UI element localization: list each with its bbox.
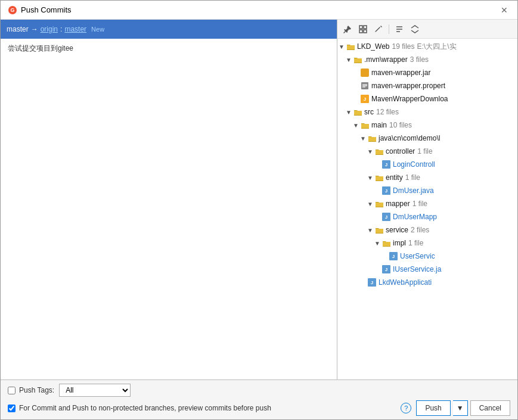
tree-item-userservice[interactable]: J UserServic — [337, 250, 517, 263]
jar-file-icon — [360, 69, 370, 77]
tree-path-root: E:\大四上\实 — [417, 42, 457, 52]
branch-origin-link[interactable]: origin — [41, 25, 58, 33]
commit-item[interactable]: 尝试提交项目到gitee — [1, 41, 337, 56]
buttons-area: ? Push ▼ Cancel — [401, 400, 510, 416]
tree-item-root[interactable]: ▼ LKD_Web 19 files E:\大四上\实 — [337, 40, 517, 53]
tree-item-mapper[interactable]: ▼ mapper 1 file — [337, 197, 517, 210]
tree-item-props[interactable]: maven-wrapper.propert — [337, 79, 517, 92]
collapse-button[interactable] — [408, 23, 421, 36]
arrow-root: ▼ — [337, 43, 346, 50]
svg-text:G: G — [10, 7, 14, 13]
tree-item-java-pkg[interactable]: ▼ java\cn\com\demo\l — [337, 132, 517, 145]
close-button[interactable]: ✕ — [498, 4, 510, 16]
push-button-label: Push — [425, 404, 441, 412]
branch-master2-link[interactable]: master — [64, 25, 86, 33]
tree-item-jar[interactable]: maven-wrapper.jar — [337, 66, 517, 79]
java-blue-icon: J — [381, 160, 391, 169]
tree-count-main: 10 files — [389, 121, 412, 129]
tree-item-main[interactable]: ▼ main 10 files — [337, 119, 517, 132]
folder-icon-controller — [374, 147, 384, 155]
branch-master: master — [7, 25, 29, 33]
preview-label: For Commit and Push to non-protected bra… — [19, 404, 271, 412]
arrow-mapper: ▼ — [366, 201, 374, 207]
tree-item-dmusermapper[interactable]: J DmUserMapp — [337, 210, 517, 223]
branch-arrow: → — [31, 25, 38, 33]
tree-count-root: 19 files — [392, 42, 414, 51]
push-commits-dialog: G Push Commits ✕ master → origin : maste… — [0, 0, 518, 420]
tree-label-userservice: UserServic — [400, 252, 435, 260]
grid-button[interactable] — [356, 23, 370, 36]
push-dropdown-button[interactable]: ▼ — [453, 400, 468, 416]
folder-icon-root — [346, 42, 355, 51]
tree-count-src: 12 files — [376, 108, 399, 116]
java-blue-icon2: J — [381, 186, 391, 195]
svg-rect-5 — [364, 30, 367, 33]
folder-icon-src — [353, 108, 362, 116]
folder-icon-mapper — [374, 200, 384, 208]
tree-item-iuserservice[interactable]: J IUserService.ja — [337, 263, 517, 276]
edit-button[interactable] — [372, 23, 385, 36]
tree-item-mvn[interactable]: ▼ .mvn\wrapper 3 files — [337, 53, 517, 66]
folder-icon-entity — [374, 173, 384, 182]
push-tags-label: Push Tags: — [19, 386, 54, 394]
left-panel: master → origin : master New 尝试提交项目到gite… — [1, 20, 337, 379]
arrow-service: ▼ — [366, 227, 374, 234]
tree-item-entity[interactable]: ▼ entity 1 file — [337, 171, 517, 184]
tree-item-controller[interactable]: ▼ controller 1 file — [337, 145, 517, 158]
arrow-controller: ▼ — [366, 148, 374, 155]
tree-item-login-controller[interactable]: J LoginControll — [337, 158, 517, 171]
push-tags-checkbox[interactable] — [8, 387, 15, 394]
tree-item-downloader[interactable]: J MavenWrapperDownloa — [337, 92, 517, 105]
push-tags-row: Push Tags: All — [8, 384, 510, 397]
push-tags-checkbox-label[interactable]: Push Tags: — [8, 386, 54, 394]
cancel-button[interactable]: Cancel — [470, 400, 510, 416]
tree-label-src: src — [364, 108, 374, 116]
title-bar: G Push Commits ✕ — [1, 1, 517, 20]
help-button[interactable]: ? — [401, 403, 411, 413]
file-tree: ▼ LKD_Web 19 files E:\大四上\实 ▼ .mvn\wrapp… — [337, 39, 517, 379]
git-icon: G — [8, 5, 17, 15]
push-tags-select[interactable]: All — [59, 384, 131, 397]
tree-label-props: maven-wrapper.propert — [371, 82, 445, 90]
arrow-mvn: ▼ — [345, 57, 353, 63]
push-dropdown-arrow: ▼ — [457, 404, 464, 412]
svg-rect-2 — [359, 26, 362, 29]
preview-checkbox-label[interactable]: For Commit and Push to non-protected bra… — [8, 404, 271, 412]
action-buttons: Push ▼ Cancel — [416, 400, 510, 416]
tree-label-jar: maven-wrapper.jar — [371, 69, 430, 77]
folder-icon-pkg — [367, 134, 377, 142]
folder-icon-service — [374, 226, 384, 234]
tree-label-entity: entity — [386, 173, 403, 182]
tree-label-root: LKD_Web — [357, 42, 389, 51]
tree-count-entity: 1 file — [405, 173, 420, 182]
tree-item-src[interactable]: ▼ src 12 files — [337, 105, 517, 119]
tree-item-impl[interactable]: ▼ impl 1 file — [337, 237, 517, 250]
tree-item-lkdapp[interactable]: J LkdWebApplicati — [337, 276, 517, 289]
push-button[interactable]: Push — [416, 400, 450, 416]
preview-checkbox[interactable] — [8, 405, 15, 412]
pin-button[interactable] — [341, 23, 354, 36]
tree-label-impl: impl — [393, 239, 406, 247]
tree-label-lkdapp: LkdWebApplicati — [379, 278, 432, 287]
props-file-icon — [360, 82, 370, 90]
arrow-pkg: ▼ — [359, 135, 367, 142]
folder-icon-impl — [381, 239, 391, 247]
list-button[interactable] — [393, 23, 406, 36]
tree-label-mapper: mapper — [386, 200, 410, 208]
tree-item-dmuser[interactable]: J DmUser.java — [337, 184, 517, 197]
tree-count-mapper: 1 file — [412, 200, 427, 208]
branch-colon: : — [60, 25, 62, 33]
tree-count-controller: 1 file — [417, 147, 432, 155]
tree-label-login: LoginControll — [393, 160, 435, 169]
java-blue-icon6: J — [367, 278, 377, 287]
tree-label-dmuser: DmUser.java — [393, 186, 434, 195]
arrow-impl: ▼ — [373, 240, 381, 247]
tree-label-pkg: java\cn\com\demo\l — [379, 134, 440, 142]
tree-count-service: 2 files — [411, 226, 429, 234]
tree-label-downloader: MavenWrapperDownloa — [371, 95, 448, 103]
tree-label-controller: controller — [386, 147, 415, 155]
tree-count-mvn: 3 files — [410, 55, 429, 64]
tree-item-service[interactable]: ▼ service 2 files — [337, 223, 517, 237]
svg-rect-3 — [364, 26, 367, 29]
tree-label-iuserservice: IUserService.ja — [393, 265, 441, 273]
